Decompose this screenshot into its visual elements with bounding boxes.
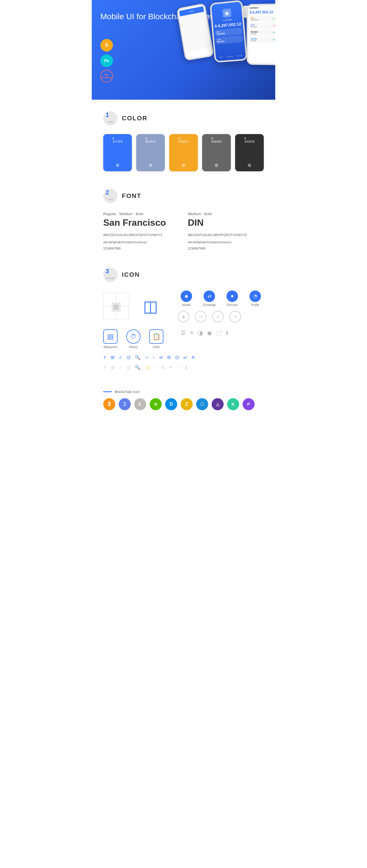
section-number-1: 1 ONE — [103, 111, 117, 125]
misc-icon-info: ℹ — [226, 330, 228, 336]
order-label: Order — [152, 345, 160, 349]
icon-share-blue: ⊲ — [159, 355, 163, 360]
icon-check-faded: ✓ — [119, 365, 122, 370]
icon-back-blue: ‹ — [153, 355, 154, 360]
ps-badge: Ps — [101, 55, 113, 67]
icon-plus-blue: + — [103, 354, 106, 361]
din-lower: abcdefghijklmnopqrstuvwxyz — [188, 240, 264, 245]
icon-close-blue: ✕ — [191, 355, 195, 360]
misc-icon-moon: ◑ — [198, 330, 203, 336]
assets-label: Assets — [182, 303, 191, 307]
icon-wallet-colored: ◫ — [138, 293, 163, 320]
swatch-dot — [248, 163, 251, 167]
icon-back-faded: ‹ — [155, 365, 156, 370]
icon-close-faded: ✕ — [169, 365, 172, 370]
screens-badge: 60+Screens — [101, 70, 113, 83]
hero-section: Mobile UI for Blockchain Wallet UI Kit S… — [92, 0, 275, 100]
icon-management: ▤ Mangment — [103, 330, 117, 349]
icon-gear-blue: ⚙ — [167, 355, 171, 360]
sf-style-label: Regular · Medium · Bold — [103, 212, 179, 216]
management-label: Mangment — [104, 345, 117, 349]
din-upper: ABCDEFGHIJKLMNOPQRSTUVWXYZ — [188, 232, 264, 238]
color-section-header: 1 ONE COLOR — [103, 111, 264, 125]
history-icon: ⏱ — [126, 330, 140, 344]
nav-icons-group: ◆ Assets ⇄ Exchange ● Discover ◔ Profile… — [178, 290, 264, 322]
icon-edit-blue: ⊞ — [111, 355, 114, 360]
nav-icon-discover: ● Discover — [224, 290, 241, 307]
misc-icon-circle: ◉ — [207, 330, 212, 336]
ethereum-icon: Ξ — [119, 398, 131, 410]
discover-icon-outline: ● — [212, 311, 224, 322]
swatch-gray-blue: #8DA0C8 — [136, 134, 165, 171]
icon-swap-blue: ⇌ — [183, 355, 187, 360]
color-title: COLOR — [122, 115, 147, 122]
sf-digits: 1234567890 — [103, 247, 179, 250]
profile-icon-outline: ◔ — [229, 311, 241, 322]
misc-icons-group: ☰ ≡ ◑ ◉ ⬚ ℹ — [181, 330, 228, 336]
din-style-label: Medium · Bold — [188, 212, 264, 216]
grid-icon: ⬡ — [196, 398, 208, 410]
profile-icon-filled: ◔ — [250, 290, 261, 302]
blockchain-line — [103, 391, 112, 392]
section-number-3: 3 THREE — [103, 268, 117, 282]
font-section: 2 TWO FONT Regular · Medium · Bold San F… — [92, 177, 275, 256]
icon-box-blue: ⊡ — [175, 355, 179, 360]
blockchain-section: BlockChain Icon ₿ Ξ Ł N D Z ⬡ △ K P — [92, 384, 275, 422]
font-section-header: 2 TWO FONT — [103, 189, 264, 203]
font-san-francisco: Regular · Medium · Bold San Francisco AB… — [103, 212, 179, 250]
icon-qr-blue: ⊡ — [127, 355, 131, 360]
font-title: FONT — [122, 192, 141, 200]
icon-qr-faded: ⊡ — [127, 365, 131, 370]
action-icons-row: ▤ Mangment ⏱ History 📋 Order ☰ ≡ ◑ ◉ ⬚ ℹ — [103, 330, 264, 349]
dash-icon: D — [165, 398, 177, 410]
icon-order: 📋 Order — [149, 330, 163, 349]
neo-icon: N — [150, 398, 162, 410]
misc-icons-row1: ☰ ≡ ◑ ◉ ⬚ ℹ — [181, 330, 228, 336]
color-swatches-container: #3574FA #8DA0C8 #F5A623 #666666 #303030 — [103, 134, 264, 171]
swatch-dot — [215, 163, 218, 167]
nav-icon-assets: ◆ Assets — [178, 290, 195, 307]
icon-history: ⏱ History — [126, 330, 140, 349]
discover-label: Discover — [227, 303, 238, 307]
swatch-dot — [116, 163, 119, 167]
profile-label: Profile — [251, 303, 259, 307]
icon-star-orange: ☆ — [145, 364, 150, 371]
icon-preview-row: ▣ ◫ ◆ Assets ⇄ Exchange ● Discover — [103, 290, 264, 322]
icon-section-header: 3 THREE ICON — [103, 268, 264, 282]
swatch-dot — [182, 163, 185, 167]
management-icon: ▤ — [103, 330, 117, 344]
icon-check-blue: ✓ — [119, 355, 122, 360]
icon-info-faded: ℹ — [186, 365, 187, 370]
sketch-badge: S — [101, 39, 113, 52]
nav-icon-profile: ◔ Profile — [247, 290, 264, 307]
icon-edit-faded: ⊞ — [111, 365, 114, 370]
icon-section: 3 THREE ICON ▣ ◫ ◆ Assets ⇄ Exchange — [92, 256, 275, 384]
icon-arrow-faded: → — [177, 365, 181, 370]
sf-font-name: San Francisco — [103, 217, 179, 228]
nav-icons-outline: ◆ ⇄ ● ◔ — [178, 311, 264, 322]
blockchain-icons-row: ₿ Ξ Ł N D Z ⬡ △ K P — [103, 398, 264, 410]
exchange-label: Exchange — [203, 303, 216, 307]
kyber-icon: K — [227, 398, 239, 410]
section-number-2: 2 TWO — [103, 189, 117, 203]
misc-icon-chat2: ⬚ — [216, 330, 222, 336]
history-label: History — [129, 345, 138, 349]
zcash-icon: Z — [181, 398, 193, 410]
exchange-icon-outline: ⇄ — [195, 311, 206, 322]
icon-search-blue: 🔍 — [135, 355, 140, 360]
swatch-dark: #303030 — [235, 134, 264, 171]
icon-star-blue: ☆ — [145, 355, 149, 360]
polygon-icon: P — [243, 398, 255, 410]
font-din: Medium · Bold DIN ABCDEFGHIJKLMNOPQRSTUV… — [188, 212, 264, 250]
augur-icon: △ — [211, 398, 224, 410]
icon-plus-faded: + — [103, 364, 106, 370]
misc-icon-layers: ≡ — [190, 330, 194, 336]
sf-upper: ABCDEFGHIJKLMNOPQRSTUVWXYZ — [103, 232, 179, 238]
icon-search-faded: 🔍 — [135, 365, 140, 370]
phone-middle: ▣ myWallet $ 6,297,502.12 BTC 738-2003 E… — [209, 0, 248, 63]
din-font-name: DIN — [188, 217, 264, 228]
icon-sketch-outline: ▣ — [103, 293, 129, 320]
misc-icon-chat: ☰ — [181, 330, 186, 336]
assets-icon-outline: ◆ — [178, 311, 189, 322]
discover-icon-filled: ● — [227, 290, 238, 302]
